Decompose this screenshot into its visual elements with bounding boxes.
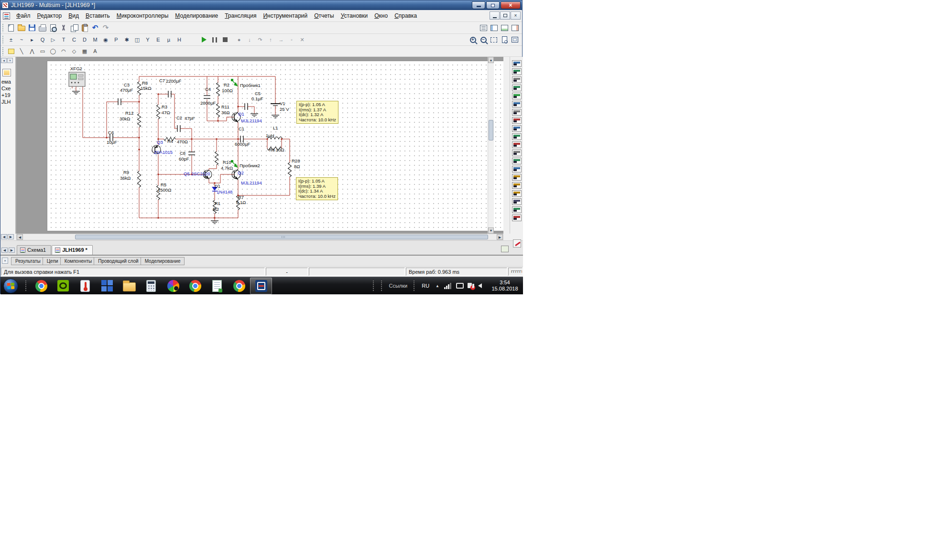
word-generator-icon[interactable]	[512, 117, 522, 124]
agilent-function-generator-icon[interactable]	[512, 174, 522, 181]
zoom-out-button[interactable]	[478, 34, 489, 45]
agilent-oscilloscope-icon[interactable]	[512, 190, 522, 197]
four-channel-oscilloscope-icon[interactable]	[512, 93, 522, 99]
print-preview-button[interactable]	[48, 22, 58, 33]
panel-scroll-right[interactable]: ▶	[8, 234, 14, 239]
sheet-tab-1[interactable]: Схема1	[17, 245, 51, 255]
print-button[interactable]	[37, 22, 48, 33]
taskbar-paint-icon[interactable]	[162, 278, 184, 294]
taskbar-chrome-3-icon[interactable]	[228, 278, 250, 294]
menu-item-установки[interactable]: Установки	[338, 11, 371, 21]
place-electromechanical-button[interactable]: E	[153, 34, 163, 45]
design-toolbox-toggle[interactable]	[489, 22, 499, 33]
place-rectangle-button[interactable]: ▭	[37, 46, 48, 56]
place-advanced-peripherals-button[interactable]: ◫	[132, 34, 142, 45]
place-transistor-button[interactable]: Q	[37, 34, 48, 45]
step-out-button[interactable]: ↑	[265, 34, 276, 45]
design-toolbox-item[interactable]: +19	[0, 92, 15, 98]
spreadsheet-tab-[interactable]: Проводящий слой	[94, 257, 142, 265]
bode-plotter-icon[interactable]	[512, 101, 522, 108]
step-into-button[interactable]: ↓	[244, 34, 255, 45]
show-hidden-icons-button[interactable]: ▲	[436, 284, 439, 288]
start-button[interactable]	[3, 279, 18, 293]
taskbar-text-editor-icon[interactable]	[206, 278, 228, 294]
panel-dock-button[interactable]: ◂	[1, 58, 7, 63]
tab-scroll-right[interactable]: ▶	[9, 248, 15, 253]
spectrum-analyzer-icon[interactable]	[512, 158, 522, 164]
zoom-sheet-button[interactable]	[499, 34, 510, 45]
taskbar-nvidia-geforce-icon[interactable]	[52, 278, 74, 294]
menu-item-вид[interactable]: Вид	[65, 11, 82, 21]
place-hierarchical-block-button[interactable]: H	[174, 34, 185, 45]
menu-item-вставить[interactable]: Вставить	[82, 11, 113, 21]
place-power-button[interactable]: P	[111, 34, 121, 45]
panel-close-button[interactable]: ×	[7, 58, 13, 63]
zoom-area-button[interactable]	[489, 34, 499, 45]
panel-scroll-left[interactable]: ◀	[1, 234, 7, 239]
place-multiline-button[interactable]: ⋀	[27, 46, 37, 56]
place-picture-button[interactable]: ▦	[79, 46, 90, 56]
schematic-drawing[interactable]	[16, 57, 503, 234]
design-toolbox-item[interactable]: ема	[0, 78, 15, 85]
design-toolbox-item[interactable]: JLH	[0, 98, 15, 105]
toolbar-grip[interactable]	[2, 35, 4, 44]
agilent-multimeter-icon[interactable]	[512, 182, 522, 189]
edit-symbol-icon[interactable]	[513, 239, 521, 248]
minimize-button[interactable]	[472, 1, 485, 9]
toolbar-grip[interactable]	[2, 23, 4, 32]
menu-item-отчеты[interactable]: Отчеты	[311, 11, 338, 21]
place-analog-button[interactable]: ▷	[48, 34, 58, 45]
place-text-button[interactable]: A	[90, 46, 100, 56]
menu-item-трансляция[interactable]: Трансляция	[221, 11, 260, 21]
taskbar-multisim-icon[interactable]	[250, 278, 272, 294]
vertical-scroll-thumb[interactable]	[489, 120, 493, 140]
redo-button[interactable]	[100, 22, 111, 33]
wattmeter-icon[interactable]	[512, 76, 522, 83]
taskbar-hardware-monitor-icon[interactable]	[74, 278, 96, 294]
menu-item-микроконтроллеры[interactable]: Микроконтроллеры	[113, 11, 172, 21]
logic-converter-icon[interactable]	[512, 125, 522, 132]
language-indicator[interactable]: RU	[422, 283, 429, 289]
frequency-counter-icon[interactable]	[512, 109, 522, 116]
undo-button[interactable]	[90, 22, 100, 33]
volume-icon[interactable]	[478, 283, 482, 288]
network-icon[interactable]	[444, 283, 452, 289]
place-indicator-button[interactable]: ◉	[100, 34, 111, 45]
menu-item-моделирование[interactable]: Моделирование	[172, 11, 221, 21]
toolbar-grip[interactable]	[2, 47, 4, 55]
iv-analyzer-icon[interactable]	[512, 141, 522, 148]
place-misc-digital-button[interactable]: D	[79, 34, 90, 45]
schematic-canvas[interactable]: XFG2C3470μFR815kΩC72200μFC42000μFR2100ΩП…	[16, 57, 503, 234]
taskbar-tiles-app-icon[interactable]	[96, 278, 118, 294]
tray-grip-2[interactable]	[381, 280, 383, 291]
network-analyzer-icon[interactable]	[512, 166, 522, 172]
logic-analyzer-icon[interactable]	[512, 133, 522, 140]
horizontal-scrollbar[interactable]: ◀ ▶	[16, 234, 503, 240]
spreadsheet-tab-[interactable]: Цепи	[43, 257, 63, 265]
distortion-analyzer-icon[interactable]	[512, 150, 522, 156]
menu-item-файл[interactable]: Файл	[13, 11, 34, 21]
place-polygon-button[interactable]: ◇	[69, 46, 79, 56]
place-source-button[interactable]: ±	[6, 34, 16, 45]
taskbar-file-explorer-icon[interactable]	[118, 278, 140, 294]
mdi-minimize-button[interactable]	[490, 11, 500, 20]
oscilloscope-icon[interactable]	[512, 85, 522, 91]
zoom-in-button[interactable]	[468, 34, 478, 45]
scroll-down-arrow[interactable]: ▼	[488, 227, 494, 234]
new-file-button[interactable]	[6, 22, 16, 33]
taskbar-chrome-icon[interactable]	[30, 278, 52, 294]
in-use-list-button[interactable]	[478, 22, 489, 33]
open-file-button[interactable]	[16, 22, 27, 33]
pause-simulation-button[interactable]	[209, 34, 220, 45]
taskbar-clock[interactable]: 3:54 15.08.2018	[490, 280, 520, 292]
current-probe-icon[interactable]	[512, 206, 522, 213]
menu-item-редактор[interactable]: Редактор	[34, 11, 65, 21]
place-diode-button[interactable]: ▸	[27, 34, 37, 45]
copy-button[interactable]	[69, 22, 79, 33]
instruments-toggle[interactable]	[510, 22, 520, 33]
display-icon[interactable]	[456, 283, 464, 289]
place-mixed-button[interactable]: M	[90, 34, 100, 45]
restore-button[interactable]	[486, 1, 500, 9]
step-over-button[interactable]: ↷	[255, 34, 265, 45]
place-basic-button[interactable]: ~	[16, 34, 27, 45]
